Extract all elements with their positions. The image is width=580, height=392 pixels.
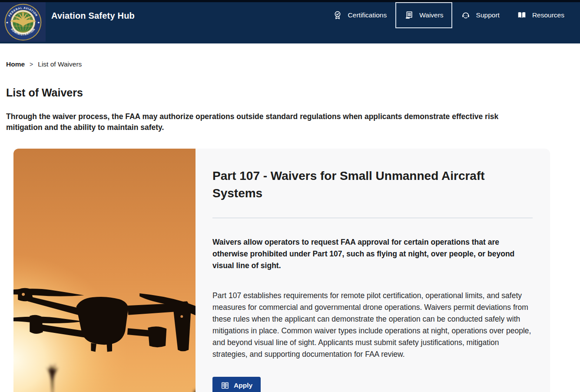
faa-seal-logo[interactable]: FEDERAL AVIATION ADMINISTRATION ★ ★ <box>0 2 46 42</box>
main-nav: Certifications Waivers <box>324 2 573 28</box>
document-icon <box>404 10 414 20</box>
nav-item-resources[interactable]: Resources <box>508 2 573 28</box>
seal-star-right: ★ <box>37 20 40 23</box>
page-title: List of Waivers <box>6 86 580 99</box>
card-divider <box>212 218 533 218</box>
nav-label-certifications: Certifications <box>348 11 387 19</box>
nav-label-waivers: Waivers <box>419 11 443 19</box>
nav-item-waivers[interactable]: Waivers <box>395 2 452 28</box>
app-title: Aviation Safety Hub <box>51 11 135 21</box>
breadcrumb-separator: > <box>30 61 33 68</box>
open-book-icon <box>221 381 229 390</box>
open-book-icon <box>517 10 527 20</box>
header-main: FEDERAL AVIATION ADMINISTRATION ★ ★ Avia… <box>0 2 580 43</box>
waiver-card-heading: Part 107 - Waivers for Small Unmanned Ai… <box>212 167 533 202</box>
breadcrumb: Home > List of Waivers <box>6 60 580 68</box>
page-intro: Through the waiver process, the FAA may … <box>6 111 534 133</box>
breadcrumb-home-link[interactable]: Home <box>6 60 25 68</box>
faa-seal-icon: FEDERAL AVIATION ADMINISTRATION ★ ★ <box>3 3 43 42</box>
app-header: FEDERAL AVIATION ADMINISTRATION ★ ★ Avia… <box>0 0 580 43</box>
headset-icon <box>461 10 471 20</box>
page-main: Home > List of Waivers List of Waivers T… <box>0 60 580 392</box>
drone-sunset-photo <box>13 149 196 392</box>
certificate-ribbon-icon <box>333 10 342 20</box>
nav-label-support: Support <box>476 11 500 19</box>
breadcrumb-current: List of Waivers <box>38 60 82 68</box>
waiver-card-lede: Waivers allow operators to request FAA a… <box>212 236 533 272</box>
nav-item-support[interactable]: Support <box>452 2 508 28</box>
apply-button[interactable]: Apply <box>212 377 261 392</box>
waiver-card: Part 107 - Waivers for Small Unmanned Ai… <box>13 149 550 392</box>
apply-button-label: Apply <box>234 382 252 389</box>
waiver-card-body: Part 107 establishes requirements for re… <box>212 290 533 360</box>
seal-star-left: ★ <box>6 20 8 23</box>
nav-item-certifications[interactable]: Certifications <box>324 2 396 28</box>
nav-label-resources: Resources <box>532 11 564 19</box>
waiver-card-content: Part 107 - Waivers for Small Unmanned Ai… <box>196 149 550 392</box>
